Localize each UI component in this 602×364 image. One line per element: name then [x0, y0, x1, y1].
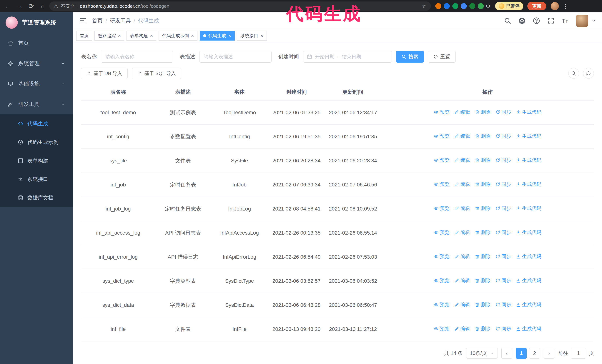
action-delete[interactable]: 删除 — [475, 156, 491, 164]
action-preview[interactable]: 预览 — [434, 253, 450, 260]
action-preview[interactable]: 预览 — [434, 108, 450, 116]
action-delete[interactable]: 删除 — [475, 205, 491, 212]
tab-home[interactable]: 首页 — [76, 31, 92, 41]
close-icon[interactable]: × — [260, 33, 263, 38]
action-delete[interactable]: 删除 — [475, 132, 491, 140]
prev-page-button[interactable]: ‹ — [501, 348, 512, 359]
browser-address-bar[interactable]: ⚠ 不安全 dashboard.yudao.iocoder.cn/tool/co… — [49, 1, 431, 11]
browser-menu-icon[interactable]: ⋮ — [563, 3, 569, 10]
action-generate-code[interactable]: 生成代码 — [516, 325, 541, 332]
action-sync[interactable]: 同步 — [495, 180, 511, 188]
github-icon[interactable] — [518, 17, 526, 24]
refresh-table-button[interactable] — [583, 68, 594, 79]
page-button-1[interactable]: 1 — [516, 348, 527, 359]
action-sync[interactable]: 同步 — [495, 108, 511, 116]
action-preview[interactable]: 预览 — [434, 205, 450, 212]
close-icon[interactable]: × — [150, 33, 153, 38]
hamburger-icon[interactable] — [79, 17, 87, 24]
sidebar-item-home[interactable]: 首页 — [0, 33, 73, 53]
action-preview[interactable]: 预览 — [434, 277, 450, 284]
browser-back-icon[interactable]: ← — [3, 1, 13, 11]
table-name-input[interactable] — [101, 51, 173, 62]
action-edit[interactable]: 编辑 — [454, 132, 470, 140]
extension-icon[interactable] — [478, 3, 484, 9]
browser-reload-icon[interactable]: ⟳ — [26, 1, 36, 11]
action-preview[interactable]: 预览 — [434, 180, 450, 188]
date-range-picker[interactable]: 开始日期 - 结束日期 — [303, 51, 392, 62]
action-edit[interactable]: 编辑 — [454, 108, 470, 116]
action-generate-code[interactable]: 生成代码 — [516, 229, 541, 236]
table-desc-input[interactable] — [199, 51, 271, 62]
action-preview[interactable]: 预览 — [434, 229, 450, 236]
tab-api[interactable]: 系统接口× — [237, 31, 267, 41]
breadcrumb-item[interactable]: 首页 — [92, 17, 103, 24]
action-edit[interactable]: 编辑 — [454, 229, 470, 236]
fullscreen-icon[interactable] — [547, 17, 555, 24]
browser-update-button[interactable]: 更新 — [527, 2, 546, 10]
extension-icon[interactable] — [461, 3, 467, 9]
browser-forward-icon[interactable]: → — [15, 1, 24, 11]
search-button[interactable]: 搜索 — [396, 51, 424, 62]
tab-trace[interactable]: 链路追踪× — [95, 31, 124, 41]
sidebar-item-api[interactable]: 系统接口 — [0, 170, 73, 188]
action-edit[interactable]: 编辑 — [454, 180, 470, 188]
close-icon[interactable]: × — [191, 33, 194, 38]
action-generate-code[interactable]: 生成代码 — [516, 205, 541, 212]
help-icon[interactable] — [533, 17, 540, 24]
action-edit[interactable]: 编辑 — [454, 301, 470, 308]
next-page-button[interactable]: › — [544, 348, 554, 359]
close-icon[interactable]: × — [118, 33, 121, 38]
action-edit[interactable]: 编辑 — [454, 205, 470, 212]
action-generate-code[interactable]: 生成代码 — [516, 277, 541, 284]
action-edit[interactable]: 编辑 — [454, 325, 470, 332]
bookmark-star-icon[interactable]: ☆ — [422, 3, 426, 9]
action-preview[interactable]: 预览 — [434, 301, 450, 308]
font-size-icon[interactable]: TT — [562, 17, 569, 24]
action-delete[interactable]: 删除 — [475, 277, 491, 284]
action-preview[interactable]: 预览 — [434, 156, 450, 164]
action-sync[interactable]: 同步 — [495, 325, 511, 332]
action-delete[interactable]: 删除 — [475, 253, 491, 260]
action-sync[interactable]: 同步 — [495, 156, 511, 164]
breadcrumb-item[interactable]: 研发工具 — [110, 17, 131, 24]
action-sync[interactable]: 同步 — [495, 205, 511, 212]
extension-icon[interactable] — [469, 3, 475, 9]
close-icon[interactable]: × — [228, 33, 231, 38]
extension-icon[interactable] — [452, 3, 458, 9]
search-icon[interactable] — [504, 17, 511, 24]
sidebar-item-codegen[interactable]: 代码生成 — [0, 114, 73, 133]
reset-button[interactable]: 重置 — [428, 51, 456, 62]
sidebar-item-system[interactable]: 系统管理 — [0, 53, 73, 74]
extension-icon[interactable] — [435, 3, 441, 9]
action-delete[interactable]: 删除 — [475, 301, 491, 308]
action-sync[interactable]: 同步 — [495, 301, 511, 308]
action-sync[interactable]: 同步 — [495, 253, 511, 260]
toggle-search-button[interactable] — [568, 68, 579, 79]
action-generate-code[interactable]: 生成代码 — [516, 108, 541, 116]
action-sync[interactable]: 同步 — [495, 132, 511, 140]
goto-page-input[interactable] — [571, 348, 586, 359]
browser-home-icon[interactable]: ⌂ — [38, 1, 47, 11]
import-sql-button[interactable]: 基于 SQL 导入 — [132, 68, 181, 79]
browser-profile-avatar[interactable] — [551, 2, 559, 10]
action-delete[interactable]: 删除 — [475, 180, 491, 188]
action-generate-code[interactable]: 生成代码 — [516, 180, 541, 188]
action-generate-code[interactable]: 生成代码 — [516, 301, 541, 308]
import-db-button[interactable]: 基于 DB 导入 — [81, 68, 128, 79]
action-edit[interactable]: 编辑 — [454, 156, 470, 164]
page-size-select[interactable]: 10条/页 — [466, 348, 498, 359]
tab-form-builder[interactable]: 表单构建× — [127, 31, 156, 41]
user-avatar[interactable] — [576, 15, 588, 27]
action-preview[interactable]: 预览 — [434, 132, 450, 140]
chevron-down-icon[interactable] — [592, 19, 596, 23]
action-delete[interactable]: 删除 — [475, 229, 491, 236]
action-sync[interactable]: 同步 — [495, 277, 511, 284]
sidebar-logo[interactable]: 芋道管理系统 — [0, 12, 73, 33]
action-generate-code[interactable]: 生成代码 — [516, 132, 541, 140]
extension-icon[interactable] — [444, 3, 450, 9]
tab-codegen-example[interactable]: 代码生成示例× — [159, 31, 197, 41]
action-generate-code[interactable]: 生成代码 — [516, 253, 541, 260]
paused-badge[interactable]: 已暂停 — [495, 2, 523, 10]
action-delete[interactable]: 删除 — [475, 325, 491, 332]
tab-codegen[interactable]: 代码生成× — [200, 31, 235, 41]
